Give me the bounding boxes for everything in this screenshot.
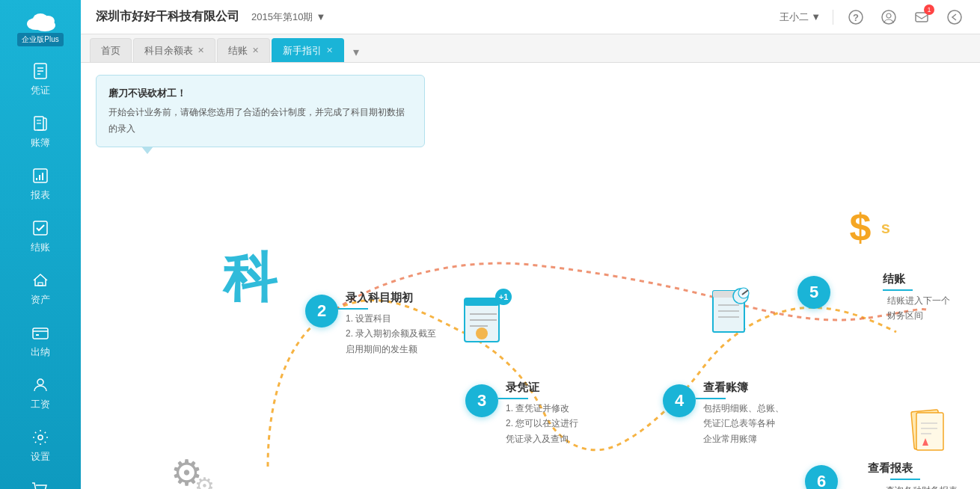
sidebar-item-ledger-label: 账簿 [31, 136, 50, 150]
company-name: 深圳市好好干科技有限公司 [96, 9, 239, 25]
settings-svg [31, 428, 49, 446]
ledger-illustration [709, 287, 754, 339]
payroll-svg [31, 376, 49, 394]
svg-point-26 [886, 13, 891, 18]
tab-closing-close[interactable]: ✕ [252, 46, 259, 55]
step-4-circle[interactable]: 4 [663, 384, 696, 417]
messages-button[interactable]: 1 [911, 7, 932, 28]
ledger-icon-svg [709, 287, 754, 336]
step-5-circle[interactable]: 5 [797, 276, 830, 309]
sidebar-item-inventory[interactable]: 进销存 [0, 471, 81, 489]
report-svg [31, 167, 49, 185]
sidebar-item-settings[interactable]: 设置 [0, 419, 81, 471]
voucher-illustration: +1 [461, 295, 506, 350]
step-2-desc: 1. 设置科目 2. 录入期初余额及截至 启用期间的发生额 [346, 311, 436, 357]
svg-point-19 [37, 379, 43, 385]
header-divider [833, 10, 833, 25]
help-icon: ? [848, 10, 863, 25]
tab-home[interactable]: 首页 [90, 38, 132, 62]
svg-rect-44 [916, 413, 943, 450]
step-6-circle[interactable]: 6 [805, 465, 838, 489]
sidebar-logo: 企业版Plus [0, 0, 81, 52]
ledger-icon [29, 112, 52, 135]
sidebar-item-cashier[interactable]: 出纳 [0, 314, 81, 366]
tip-line1: 磨刀不误砍材工！ [108, 84, 412, 102]
tab-add-button[interactable]: ▾ [346, 41, 367, 62]
report-illustration [909, 407, 950, 462]
guide-flow: 科 ⚙ ⚙ 1 修改系统参数 在创建账套页面您已经设置了会计 制度，会计启用期间… [81, 130, 980, 489]
step-2-circle[interactable]: 2 [305, 295, 338, 327]
voucher-icon [29, 60, 52, 82]
step-4-num: 4 [675, 391, 684, 410]
step-6-line [890, 479, 920, 480]
step-4-line [696, 398, 726, 399]
sidebar-item-assets[interactable]: 资产 [0, 262, 81, 314]
step-2-line [338, 308, 368, 310]
svg-rect-18 [36, 334, 39, 336]
back-icon [947, 10, 962, 25]
sidebar-item-closing[interactable]: 结账 [0, 209, 81, 262]
period-text: 2015年第10期 [251, 10, 313, 24]
sidebar-item-payroll[interactable]: 工资 [0, 366, 81, 419]
report-icon [29, 164, 52, 187]
sidebar-item-report[interactable]: 报表 [0, 157, 81, 209]
closing-icon [29, 217, 52, 239]
tab-subjects[interactable]: 科目余额表 ✕ [133, 38, 215, 62]
back-button[interactable] [944, 7, 965, 28]
payroll-icon [29, 374, 52, 396]
step-2-title: 录入科目期初 [346, 291, 413, 305]
plus-one-badge: +1 [495, 289, 512, 305]
svg-point-20 [38, 435, 43, 440]
step-3-circle[interactable]: 3 [465, 384, 498, 417]
sidebar-item-assets-label: 资产 [31, 293, 50, 307]
report-icon-svg [909, 407, 950, 459]
help-button[interactable]: ? [845, 7, 866, 28]
svg-point-3 [41, 16, 55, 26]
period-selector[interactable]: 2015年第10期 ▼ [251, 10, 325, 24]
main-area: 深圳市好好干科技有限公司 2015年第10期 ▼ 王小二 ▼ ? [81, 0, 980, 489]
closing-svg [31, 219, 49, 237]
sidebar-item-voucher-label: 凭证 [31, 84, 50, 97]
tabs-bar: 首页 科目余额表 ✕ 结账 ✕ 新手指引 ✕ ▾ [81, 34, 980, 63]
cashier-icon [29, 322, 52, 344]
inventory-icon [29, 479, 52, 489]
profile-button[interactable] [878, 7, 899, 28]
settings-icon [29, 426, 52, 449]
assets-svg [31, 271, 49, 289]
tab-home-label: 首页 [101, 44, 120, 58]
step-6-desc: 查询各种财务报表 [886, 483, 958, 489]
assets-icon [29, 269, 52, 292]
step-5-line [883, 289, 913, 291]
dollar-illustration: $ s [849, 205, 890, 250]
ledger-svg [31, 114, 49, 132]
user-menu[interactable]: 王小二 ▼ [780, 10, 821, 24]
voucher-svg [31, 62, 49, 80]
period-arrow: ▼ [316, 11, 325, 22]
sidebar-item-cashier-label: 出纳 [31, 345, 50, 359]
step-4-title: 查看账簿 [703, 381, 748, 395]
header-right: 王小二 ▼ ? [780, 7, 965, 28]
sidebar-item-ledger[interactable]: 账簿 [0, 105, 81, 157]
step-5-num: 5 [809, 283, 818, 302]
tab-closing-label: 结账 [228, 44, 248, 58]
header: 深圳市好好干科技有限公司 2015年第10期 ▼ 王小二 ▼ ? [81, 0, 980, 34]
step-3-line [498, 398, 528, 399]
tab-guide[interactable]: 新手指引 ✕ [272, 38, 344, 62]
tab-subjects-label: 科目余额表 [144, 44, 193, 58]
tab-guide-close[interactable]: ✕ [326, 46, 333, 55]
svg-point-28 [948, 10, 961, 24]
sidebar: 企业版Plus 凭证 账簿 [0, 0, 81, 489]
tab-closing[interactable]: 结账 ✕ [217, 38, 270, 62]
svg-rect-30 [465, 298, 499, 306]
main-content: 磨刀不误砍材工！ 开始会计业务前，请确保您选用了合适的会计制度，并完成了科目期初… [81, 63, 980, 489]
edition-badge: 企业版Plus [17, 33, 63, 46]
sidebar-item-voucher[interactable]: 凭证 [0, 52, 81, 105]
sidebar-item-settings-label: 设置 [31, 450, 50, 464]
step-5-desc: 结账进入下一个 财务区间 [887, 293, 950, 324]
inventory-svg [31, 481, 49, 489]
user-arrow: ▼ [811, 11, 821, 22]
tab-subjects-close[interactable]: ✕ [197, 46, 204, 55]
gear-small-decoration: ⚙ [195, 473, 215, 489]
user-name: 王小二 [780, 10, 809, 24]
step-3-num: 3 [477, 391, 486, 410]
